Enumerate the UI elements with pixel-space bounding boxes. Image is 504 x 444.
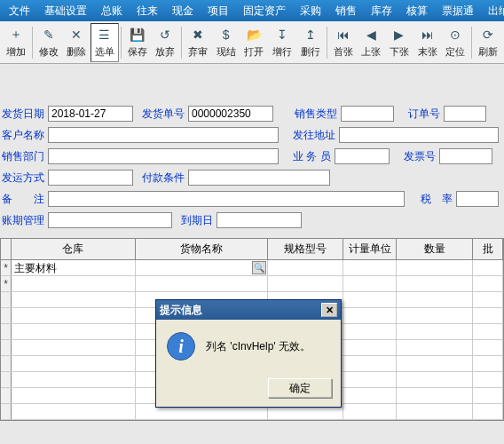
grid-cell[interactable]: [473, 356, 503, 371]
menu-item[interactable]: 固定资产: [236, 0, 293, 21]
grid-cell[interactable]: [268, 260, 343, 275]
grid-cell[interactable]: [343, 372, 397, 387]
menu-item[interactable]: 项目: [201, 0, 236, 21]
grid-cell[interactable]: [397, 356, 473, 371]
grid-header-cell[interactable]: 计量单位: [343, 239, 397, 259]
menu-item[interactable]: 库存: [364, 0, 399, 21]
grid-cell[interactable]: [473, 372, 503, 387]
grid-cell[interactable]: [12, 356, 136, 371]
delivery-no-input[interactable]: [188, 106, 273, 122]
grid-cell[interactable]: [473, 324, 503, 339]
due-date-input[interactable]: [217, 212, 302, 228]
toolbar-选单[interactable]: ☰选单: [91, 23, 119, 62]
grid-cell[interactable]: [473, 340, 503, 355]
customer-input[interactable]: [48, 127, 279, 143]
toolbar-修改[interactable]: ✎修改: [35, 23, 63, 62]
grid-cell[interactable]: [12, 372, 136, 387]
grid-cell[interactable]: [12, 308, 136, 323]
toolbar-增行[interactable]: ↧增行: [268, 23, 296, 62]
menu-item[interactable]: 总账: [94, 0, 130, 21]
toolbar-删除[interactable]: ✕删除: [62, 23, 91, 62]
grid-cell[interactable]: [343, 356, 397, 371]
grid-cell[interactable]: [12, 404, 136, 419]
credit-input[interactable]: [48, 212, 172, 228]
order-no-input[interactable]: [444, 106, 486, 122]
toolbar-打开[interactable]: 📂打开: [240, 23, 269, 62]
menu-item[interactable]: 票据通: [435, 0, 481, 21]
table-row[interactable]: *: [1, 276, 503, 292]
grid-cell[interactable]: 🔍: [136, 260, 269, 275]
toolbar-保存[interactable]: 💾保存: [123, 23, 152, 62]
grid-header-cell[interactable]: 数量: [397, 239, 473, 259]
grid-cell[interactable]: [473, 404, 503, 419]
toolbar-刷新[interactable]: ⟳刷新: [474, 23, 502, 62]
grid-cell[interactable]: [136, 276, 269, 291]
grid-cell[interactable]: [343, 404, 397, 419]
grid-cell[interactable]: [12, 340, 136, 355]
toolbar-弃审[interactable]: ✖弃审: [184, 23, 212, 62]
menu-item[interactable]: 文件: [2, 0, 37, 21]
grid-cell[interactable]: [343, 388, 397, 403]
table-row[interactable]: *主要材料🔍: [1, 260, 503, 276]
sale-type-input[interactable]: [341, 106, 394, 122]
menu-item[interactable]: 出纳通: [481, 0, 504, 21]
tax-rate-input[interactable]: [456, 191, 499, 207]
menu-item[interactable]: 销售: [328, 0, 364, 21]
grid-cell[interactable]: [397, 372, 473, 387]
grid-cell[interactable]: [397, 404, 473, 419]
delivery-date-input[interactable]: [48, 106, 133, 122]
grid-header-cell[interactable]: 货物名称: [136, 239, 269, 259]
grid-cell[interactable]: [473, 276, 503, 291]
grid-cell[interactable]: [343, 324, 397, 339]
grid-cell[interactable]: [397, 388, 473, 403]
remark-input[interactable]: [48, 191, 405, 207]
grid-cell[interactable]: [343, 308, 397, 323]
toolbar-上张[interactable]: ◀上张: [357, 23, 385, 62]
grid-cell[interactable]: [397, 292, 473, 307]
toolbar-定位[interactable]: ⊙定位: [441, 23, 469, 62]
grid-cell[interactable]: [343, 276, 397, 291]
grid-cell[interactable]: [343, 260, 397, 275]
grid-cell[interactable]: [343, 340, 397, 355]
pay-term-input[interactable]: [188, 170, 330, 186]
menu-item[interactable]: 采购: [293, 0, 328, 21]
menu-item[interactable]: 基础设置: [37, 0, 94, 21]
invoice-input[interactable]: [439, 148, 492, 164]
grid-cell[interactable]: [397, 324, 473, 339]
grid-header-cell[interactable]: 仓库: [12, 239, 136, 259]
grid-cell[interactable]: [12, 276, 136, 291]
grid-header-cell[interactable]: 规格型号: [268, 239, 343, 259]
grid-cell[interactable]: [397, 308, 473, 323]
toolbar-增加[interactable]: ＋增加: [2, 23, 30, 62]
grid-cell[interactable]: [473, 308, 503, 323]
menu-item[interactable]: 往来: [130, 0, 165, 21]
toolbar-现结[interactable]: $现结: [212, 23, 240, 62]
grid-cell[interactable]: [397, 340, 473, 355]
toolbar-放弃[interactable]: ↺放弃: [151, 23, 179, 62]
grid-cell[interactable]: [473, 260, 503, 275]
grid-cell[interactable]: [397, 276, 473, 291]
toolbar-首张[interactable]: ⏮首张: [329, 23, 358, 62]
grid-cell[interactable]: [12, 388, 136, 403]
dialog-close-button[interactable]: ✕: [321, 303, 337, 317]
dialog-ok-button[interactable]: 确定: [268, 378, 332, 398]
menu-item[interactable]: 核算: [399, 0, 435, 21]
grid-cell[interactable]: [397, 260, 473, 275]
grid-cell[interactable]: [473, 292, 503, 307]
sales-dept-input[interactable]: [48, 148, 279, 164]
ship-addr-input[interactable]: [339, 127, 499, 143]
grid-cell[interactable]: [343, 292, 397, 307]
grid-header-cell[interactable]: 批: [473, 239, 503, 259]
toolbar-下张[interactable]: ▶下张: [385, 23, 413, 62]
grid-cell[interactable]: 主要材料: [12, 260, 136, 275]
grid-cell[interactable]: [12, 292, 136, 307]
salesman-input[interactable]: [335, 148, 390, 164]
toolbar-末张[interactable]: ⏭末张: [413, 23, 442, 62]
ship-mode-input[interactable]: [48, 170, 133, 186]
lookup-button[interactable]: 🔍: [252, 261, 266, 274]
grid-cell[interactable]: [473, 388, 503, 403]
menu-item[interactable]: 现金: [165, 0, 201, 21]
toolbar-删行[interactable]: ↥删行: [296, 23, 325, 62]
grid-cell[interactable]: [268, 276, 343, 291]
grid-cell[interactable]: [12, 324, 136, 339]
